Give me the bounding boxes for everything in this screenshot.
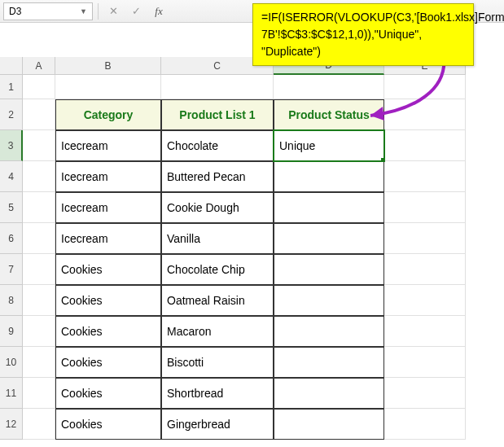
cell[interactable]	[274, 192, 384, 223]
cell[interactable]	[274, 285, 384, 316]
cell[interactable]: Buttered Pecan	[161, 161, 274, 192]
cell[interactable]	[384, 285, 466, 316]
col-header-B[interactable]: B	[55, 57, 161, 75]
cell[interactable]: Gingerbread	[161, 409, 274, 440]
cell[interactable]	[274, 378, 384, 409]
cell[interactable]: Icecream	[55, 161, 161, 192]
name-box[interactable]: D3 ▼	[3, 2, 93, 20]
cell[interactable]: Chocolate Chip	[161, 254, 274, 285]
cell[interactable]	[384, 161, 466, 192]
cell[interactable]: Cookies	[55, 285, 161, 316]
row-header[interactable]: 5	[0, 192, 23, 223]
cell[interactable]	[23, 378, 55, 409]
row-headers: 1 2 3 4 5 6 7 8 9 10 11 12	[0, 75, 23, 440]
cell[interactable]	[274, 347, 384, 378]
cell[interactable]	[23, 99, 55, 130]
cell[interactable]	[274, 316, 384, 347]
row-header[interactable]: 6	[0, 223, 23, 254]
cell[interactable]	[23, 223, 55, 254]
cell[interactable]	[23, 316, 55, 347]
cell[interactable]	[23, 254, 55, 285]
row-header[interactable]: 4	[0, 161, 23, 192]
chevron-down-icon[interactable]: ▼	[80, 7, 87, 15]
cell[interactable]	[384, 99, 466, 130]
cell[interactable]: Icecream	[55, 192, 161, 223]
cell[interactable]	[55, 75, 161, 99]
spreadsheet-grid[interactable]: A B C D E 1 2 3 4 5 6 7 8 9 10 11 12 Cat…	[0, 57, 504, 447]
fx-icon[interactable]: fx	[149, 2, 169, 20]
cell[interactable]	[274, 161, 384, 192]
header-category[interactable]: Category	[55, 99, 161, 130]
cell[interactable]	[384, 316, 466, 347]
row-header[interactable]: 10	[0, 347, 23, 378]
cell[interactable]	[23, 192, 55, 223]
cells: Category Product List 1 Product Status I…	[23, 75, 466, 440]
row-header[interactable]: 11	[0, 378, 23, 409]
cell[interactable]	[384, 409, 466, 440]
cell[interactable]: Cookie Dough	[161, 192, 274, 223]
cell[interactable]	[384, 130, 466, 161]
cell[interactable]	[384, 254, 466, 285]
cell[interactable]: Cookies	[55, 316, 161, 347]
cell[interactable]	[23, 75, 55, 99]
confirm-icon[interactable]: ✓	[126, 2, 146, 20]
cell[interactable]: Chocolate	[161, 130, 274, 161]
cell[interactable]: Biscotti	[161, 347, 274, 378]
cell[interactable]	[384, 223, 466, 254]
row-header[interactable]: 8	[0, 285, 23, 316]
cell[interactable]	[384, 347, 466, 378]
name-box-value: D3	[9, 6, 21, 17]
cell[interactable]: Icecream	[55, 130, 161, 161]
cell[interactable]	[274, 223, 384, 254]
cell[interactable]	[384, 378, 466, 409]
row-header[interactable]: 2	[0, 99, 23, 130]
row-header[interactable]: 1	[0, 75, 23, 99]
selected-cell[interactable]: Unique	[274, 130, 384, 161]
cell[interactable]	[23, 161, 55, 192]
row-header[interactable]: 9	[0, 316, 23, 347]
cell[interactable]	[384, 192, 466, 223]
cell[interactable]	[23, 347, 55, 378]
col-header-A[interactable]: A	[23, 57, 55, 75]
row-header[interactable]: 7	[0, 254, 23, 285]
cell[interactable]	[274, 75, 384, 99]
fill-handle[interactable]	[381, 158, 384, 161]
cell[interactable]	[161, 75, 274, 99]
header-product-list[interactable]: Product List 1	[161, 99, 274, 130]
cell[interactable]	[274, 254, 384, 285]
cell[interactable]	[23, 130, 55, 161]
cell[interactable]	[23, 285, 55, 316]
formula-callout: =IF(ISERROR(VLOOKUP(C3,'[Book1.xlsx]Form…	[252, 3, 474, 66]
cell[interactable]: Shortbread	[161, 378, 274, 409]
cell[interactable]: Cookies	[55, 347, 161, 378]
header-product-status[interactable]: Product Status	[274, 99, 384, 130]
cell[interactable]: Cookies	[55, 254, 161, 285]
cell[interactable]: Oatmeal Raisin	[161, 285, 274, 316]
separator	[98, 3, 99, 20]
cell[interactable]: Cookies	[55, 409, 161, 440]
row-header[interactable]: 12	[0, 409, 23, 440]
cell[interactable]: Macaron	[161, 316, 274, 347]
cell[interactable]: Icecream	[55, 223, 161, 254]
cell[interactable]	[274, 409, 384, 440]
row-header[interactable]: 3	[0, 130, 23, 161]
cell[interactable]: Vanilla	[161, 223, 274, 254]
select-all-corner[interactable]	[0, 57, 23, 75]
cell[interactable]: Cookies	[55, 378, 161, 409]
cancel-icon[interactable]: ✕	[103, 2, 123, 20]
cell[interactable]	[23, 409, 55, 440]
cell[interactable]	[384, 75, 466, 99]
